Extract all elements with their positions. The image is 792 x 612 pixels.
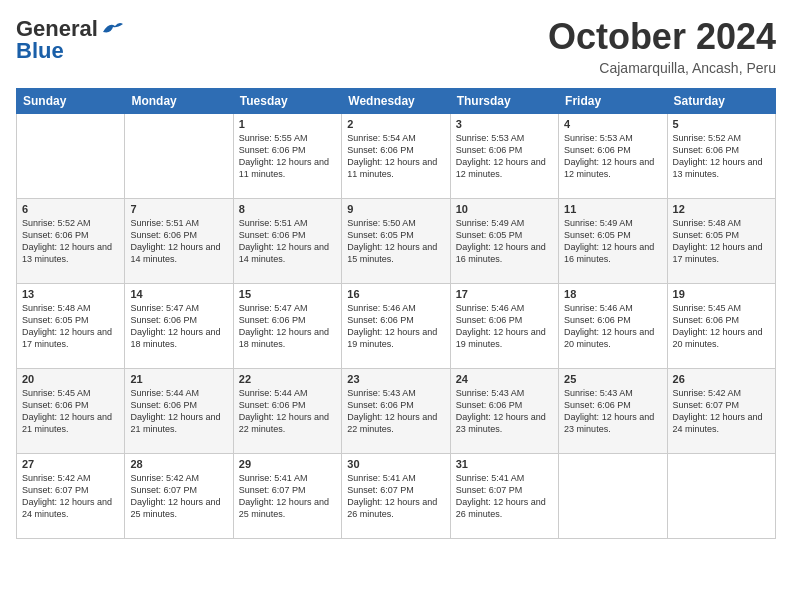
day-header-saturday: Saturday [667, 89, 775, 114]
day-number: 18 [564, 288, 661, 300]
logo: General Blue [16, 16, 123, 64]
day-number: 2 [347, 118, 444, 130]
day-number: 4 [564, 118, 661, 130]
calendar-cell: 16Sunrise: 5:46 AM Sunset: 6:06 PM Dayli… [342, 284, 450, 369]
calendar-cell: 8Sunrise: 5:51 AM Sunset: 6:06 PM Daylig… [233, 199, 341, 284]
day-number: 26 [673, 373, 770, 385]
calendar-cell: 1Sunrise: 5:55 AM Sunset: 6:06 PM Daylig… [233, 114, 341, 199]
calendar-cell: 4Sunrise: 5:53 AM Sunset: 6:06 PM Daylig… [559, 114, 667, 199]
day-number: 6 [22, 203, 119, 215]
calendar-cell: 15Sunrise: 5:47 AM Sunset: 6:06 PM Dayli… [233, 284, 341, 369]
day-info: Sunrise: 5:52 AM Sunset: 6:06 PM Dayligh… [22, 217, 119, 266]
page-header: General Blue October 2024 Cajamarquilla,… [16, 16, 776, 76]
day-number: 31 [456, 458, 553, 470]
day-number: 9 [347, 203, 444, 215]
calendar-cell: 7Sunrise: 5:51 AM Sunset: 6:06 PM Daylig… [125, 199, 233, 284]
calendar-week-row: 20Sunrise: 5:45 AM Sunset: 6:06 PM Dayli… [17, 369, 776, 454]
day-number: 14 [130, 288, 227, 300]
calendar-cell: 17Sunrise: 5:46 AM Sunset: 6:06 PM Dayli… [450, 284, 558, 369]
day-info: Sunrise: 5:49 AM Sunset: 6:05 PM Dayligh… [456, 217, 553, 266]
month-title: October 2024 [548, 16, 776, 58]
day-info: Sunrise: 5:41 AM Sunset: 6:07 PM Dayligh… [347, 472, 444, 521]
calendar-cell: 18Sunrise: 5:46 AM Sunset: 6:06 PM Dayli… [559, 284, 667, 369]
day-header-thursday: Thursday [450, 89, 558, 114]
day-info: Sunrise: 5:44 AM Sunset: 6:06 PM Dayligh… [130, 387, 227, 436]
day-info: Sunrise: 5:44 AM Sunset: 6:06 PM Dayligh… [239, 387, 336, 436]
day-info: Sunrise: 5:45 AM Sunset: 6:06 PM Dayligh… [22, 387, 119, 436]
calendar-cell: 9Sunrise: 5:50 AM Sunset: 6:05 PM Daylig… [342, 199, 450, 284]
day-info: Sunrise: 5:47 AM Sunset: 6:06 PM Dayligh… [239, 302, 336, 351]
calendar-cell: 3Sunrise: 5:53 AM Sunset: 6:06 PM Daylig… [450, 114, 558, 199]
calendar-cell: 25Sunrise: 5:43 AM Sunset: 6:06 PM Dayli… [559, 369, 667, 454]
day-info: Sunrise: 5:48 AM Sunset: 6:05 PM Dayligh… [22, 302, 119, 351]
calendar-cell: 31Sunrise: 5:41 AM Sunset: 6:07 PM Dayli… [450, 454, 558, 539]
location-subtitle: Cajamarquilla, Ancash, Peru [548, 60, 776, 76]
day-info: Sunrise: 5:54 AM Sunset: 6:06 PM Dayligh… [347, 132, 444, 181]
day-info: Sunrise: 5:53 AM Sunset: 6:06 PM Dayligh… [564, 132, 661, 181]
day-info: Sunrise: 5:45 AM Sunset: 6:06 PM Dayligh… [673, 302, 770, 351]
logo-blue-text: Blue [16, 38, 64, 64]
day-number: 21 [130, 373, 227, 385]
day-info: Sunrise: 5:51 AM Sunset: 6:06 PM Dayligh… [239, 217, 336, 266]
days-header-row: SundayMondayTuesdayWednesdayThursdayFrid… [17, 89, 776, 114]
calendar-week-row: 13Sunrise: 5:48 AM Sunset: 6:05 PM Dayli… [17, 284, 776, 369]
calendar-week-row: 6Sunrise: 5:52 AM Sunset: 6:06 PM Daylig… [17, 199, 776, 284]
day-info: Sunrise: 5:42 AM Sunset: 6:07 PM Dayligh… [22, 472, 119, 521]
calendar-cell: 20Sunrise: 5:45 AM Sunset: 6:06 PM Dayli… [17, 369, 125, 454]
day-number: 30 [347, 458, 444, 470]
day-info: Sunrise: 5:46 AM Sunset: 6:06 PM Dayligh… [347, 302, 444, 351]
calendar-cell: 22Sunrise: 5:44 AM Sunset: 6:06 PM Dayli… [233, 369, 341, 454]
day-info: Sunrise: 5:50 AM Sunset: 6:05 PM Dayligh… [347, 217, 444, 266]
day-number: 11 [564, 203, 661, 215]
calendar-cell [559, 454, 667, 539]
calendar-cell: 30Sunrise: 5:41 AM Sunset: 6:07 PM Dayli… [342, 454, 450, 539]
day-info: Sunrise: 5:41 AM Sunset: 6:07 PM Dayligh… [456, 472, 553, 521]
day-header-wednesday: Wednesday [342, 89, 450, 114]
calendar-cell: 12Sunrise: 5:48 AM Sunset: 6:05 PM Dayli… [667, 199, 775, 284]
day-number: 3 [456, 118, 553, 130]
day-number: 23 [347, 373, 444, 385]
day-number: 20 [22, 373, 119, 385]
calendar-week-row: 1Sunrise: 5:55 AM Sunset: 6:06 PM Daylig… [17, 114, 776, 199]
day-number: 17 [456, 288, 553, 300]
day-info: Sunrise: 5:48 AM Sunset: 6:05 PM Dayligh… [673, 217, 770, 266]
day-number: 27 [22, 458, 119, 470]
day-number: 5 [673, 118, 770, 130]
day-info: Sunrise: 5:43 AM Sunset: 6:06 PM Dayligh… [456, 387, 553, 436]
calendar-cell: 23Sunrise: 5:43 AM Sunset: 6:06 PM Dayli… [342, 369, 450, 454]
calendar-cell: 6Sunrise: 5:52 AM Sunset: 6:06 PM Daylig… [17, 199, 125, 284]
day-info: Sunrise: 5:51 AM Sunset: 6:06 PM Dayligh… [130, 217, 227, 266]
day-number: 19 [673, 288, 770, 300]
day-info: Sunrise: 5:42 AM Sunset: 6:07 PM Dayligh… [673, 387, 770, 436]
calendar-cell: 21Sunrise: 5:44 AM Sunset: 6:06 PM Dayli… [125, 369, 233, 454]
calendar-cell: 11Sunrise: 5:49 AM Sunset: 6:05 PM Dayli… [559, 199, 667, 284]
logo-bird-icon [101, 20, 123, 38]
day-info: Sunrise: 5:55 AM Sunset: 6:06 PM Dayligh… [239, 132, 336, 181]
day-number: 12 [673, 203, 770, 215]
day-header-friday: Friday [559, 89, 667, 114]
day-number: 15 [239, 288, 336, 300]
day-info: Sunrise: 5:43 AM Sunset: 6:06 PM Dayligh… [564, 387, 661, 436]
day-header-sunday: Sunday [17, 89, 125, 114]
day-number: 25 [564, 373, 661, 385]
calendar-cell: 28Sunrise: 5:42 AM Sunset: 6:07 PM Dayli… [125, 454, 233, 539]
calendar-week-row: 27Sunrise: 5:42 AM Sunset: 6:07 PM Dayli… [17, 454, 776, 539]
day-number: 16 [347, 288, 444, 300]
calendar-cell [667, 454, 775, 539]
day-number: 24 [456, 373, 553, 385]
day-number: 1 [239, 118, 336, 130]
day-info: Sunrise: 5:47 AM Sunset: 6:06 PM Dayligh… [130, 302, 227, 351]
day-info: Sunrise: 5:46 AM Sunset: 6:06 PM Dayligh… [456, 302, 553, 351]
calendar-cell [17, 114, 125, 199]
day-info: Sunrise: 5:46 AM Sunset: 6:06 PM Dayligh… [564, 302, 661, 351]
day-info: Sunrise: 5:52 AM Sunset: 6:06 PM Dayligh… [673, 132, 770, 181]
calendar-cell: 29Sunrise: 5:41 AM Sunset: 6:07 PM Dayli… [233, 454, 341, 539]
title-block: October 2024 Cajamarquilla, Ancash, Peru [548, 16, 776, 76]
day-number: 28 [130, 458, 227, 470]
calendar-cell: 5Sunrise: 5:52 AM Sunset: 6:06 PM Daylig… [667, 114, 775, 199]
calendar-table: SundayMondayTuesdayWednesdayThursdayFrid… [16, 88, 776, 539]
calendar-cell [125, 114, 233, 199]
calendar-cell: 26Sunrise: 5:42 AM Sunset: 6:07 PM Dayli… [667, 369, 775, 454]
day-header-tuesday: Tuesday [233, 89, 341, 114]
day-info: Sunrise: 5:41 AM Sunset: 6:07 PM Dayligh… [239, 472, 336, 521]
